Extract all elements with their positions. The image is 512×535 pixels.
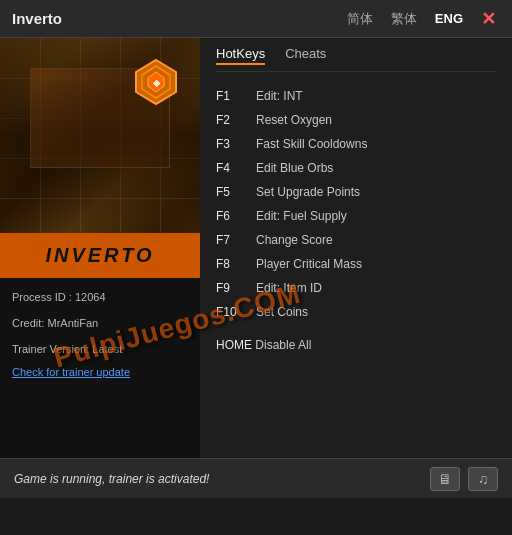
hotkey-desc-f7: Change Score [256, 228, 333, 252]
status-text: Game is running, trainer is activated! [14, 472, 209, 486]
hotkey-key-f6: F6 [216, 204, 252, 228]
trainer-version-label: Trainer Version: Latest [12, 343, 122, 355]
hotkey-item-f1: F1 Edit: INT [216, 84, 496, 108]
diamond-icon: ◈ [132, 58, 180, 106]
check-update-link[interactable]: Check for trainer update [12, 366, 130, 378]
music-icon-button[interactable]: ♫ [468, 467, 498, 491]
process-id-label: Process ID : [12, 291, 72, 303]
hotkey-key-f9: F9 [216, 276, 252, 300]
hotkey-desc-f1: Edit: INT [256, 84, 303, 108]
hotkey-desc-f9: Edit: Item ID [256, 276, 322, 300]
hotkey-item-f6: F6 Edit: Fuel Supply [216, 204, 496, 228]
hotkey-key-f8: F8 [216, 252, 252, 276]
app-title: Inverto [12, 10, 62, 27]
hotkey-key-f5: F5 [216, 180, 252, 204]
hotkey-desc-f4: Edit Blue Orbs [256, 156, 333, 180]
hotkey-desc-f10: Set Coins [256, 300, 308, 324]
hotkey-item-f5: F5 Set Upgrade Points [216, 180, 496, 204]
inverto-logo: INVERTO [0, 233, 200, 278]
hotkey-key-f1: F1 [216, 84, 252, 108]
disable-all-desc: Disable All [255, 338, 311, 352]
process-id-value: 12064 [75, 291, 106, 303]
music-icon: ♫ [478, 471, 489, 487]
hotkey-item-f2: F2 Reset Oxygen [216, 108, 496, 132]
close-button[interactable]: ✕ [477, 8, 500, 30]
inverto-text: INVERTO [45, 244, 154, 267]
process-id: Process ID : 12064 [12, 288, 188, 308]
hotkey-desc-f6: Edit: Fuel Supply [256, 204, 347, 228]
right-panel: HotKeys Cheats F1 Edit: INT F2 Reset Oxy… [200, 38, 512, 458]
main-content: ◈ INVERTO Process ID : 12064 Credit: MrA… [0, 38, 512, 458]
hotkey-item-f10: F10 Set Coins [216, 300, 496, 324]
left-panel: ◈ INVERTO Process ID : 12064 Credit: MrA… [0, 38, 200, 458]
title-bar: Inverto 简体 繁体 ENG ✕ [0, 0, 512, 38]
monitor-icon-button[interactable]: 🖥 [430, 467, 460, 491]
hotkey-desc-f2: Reset Oxygen [256, 108, 332, 132]
hotkey-key-f3: F3 [216, 132, 252, 156]
hotkey-key-f2: F2 [216, 108, 252, 132]
status-bar: Game is running, trainer is activated! 🖥… [0, 458, 512, 498]
hotkey-desc-f5: Set Upgrade Points [256, 180, 360, 204]
credit: Credit: MrAntiFan [12, 314, 188, 334]
language-bar: 简体 繁体 ENG ✕ [343, 8, 500, 30]
hotkeys-list: F1 Edit: INT F2 Reset Oxygen F3 Fast Ski… [216, 84, 496, 324]
hotkey-key-f7: F7 [216, 228, 252, 252]
tab-hotkeys[interactable]: HotKeys [216, 46, 265, 65]
home-key: HOME [216, 338, 252, 352]
hotkey-key-f10: F10 [216, 300, 252, 324]
hotkey-item-f4: F4 Edit Blue Orbs [216, 156, 496, 180]
hotkey-item-f3: F3 Fast Skill Cooldowns [216, 132, 496, 156]
tab-cheats[interactable]: Cheats [285, 46, 326, 65]
monitor-icon: 🖥 [438, 471, 452, 487]
disable-all: HOME Disable All [216, 338, 496, 352]
trainer-version: Trainer Version: Latest [12, 340, 188, 360]
tabs: HotKeys Cheats [216, 46, 496, 72]
hotkey-key-f4: F4 [216, 156, 252, 180]
hotkey-item-f7: F7 Change Score [216, 228, 496, 252]
status-icons: 🖥 ♫ [430, 467, 498, 491]
hotkey-item-f8: F8 Player Critical Mass [216, 252, 496, 276]
lang-simple-chinese[interactable]: 简体 [343, 8, 377, 30]
hotkey-desc-f8: Player Critical Mass [256, 252, 362, 276]
lang-english[interactable]: ENG [431, 9, 467, 28]
bottom-info: Process ID : 12064 Credit: MrAntiFan Tra… [0, 278, 200, 393]
credit-label: Credit: [12, 317, 44, 329]
lang-trad-chinese[interactable]: 繁体 [387, 8, 421, 30]
credit-value: MrAntiFan [47, 317, 98, 329]
game-image: ◈ INVERTO [0, 38, 200, 278]
svg-text:◈: ◈ [152, 78, 161, 88]
hotkey-item-f9: F9 Edit: Item ID [216, 276, 496, 300]
hotkey-desc-f3: Fast Skill Cooldowns [256, 132, 367, 156]
